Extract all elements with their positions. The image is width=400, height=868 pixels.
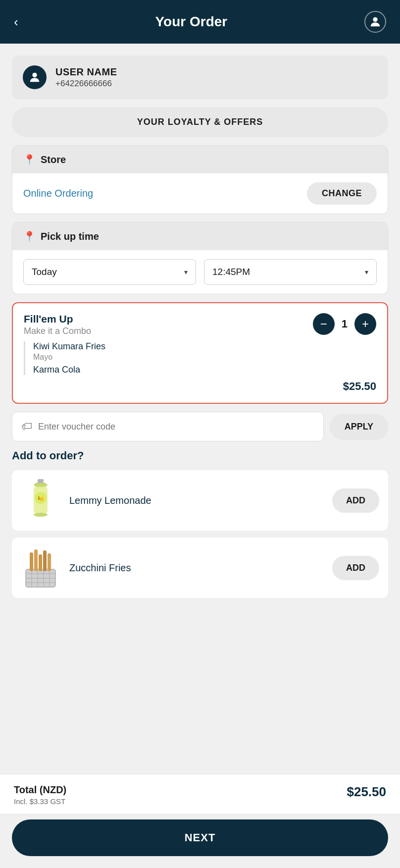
- avatar-button[interactable]: [364, 11, 386, 33]
- svg-point-5: [34, 483, 48, 487]
- order-item-card: Fill'em Up Make it a Combo − 1 + Kiwi Ku…: [12, 302, 388, 404]
- next-button[interactable]: NEXT: [12, 819, 388, 856]
- user-phone: +64226666666: [55, 79, 117, 89]
- order-item-sub: Make it a Combo: [24, 326, 91, 336]
- main-content: USER NAME +64226666666 YOUR LOYALTY & OF…: [0, 44, 400, 774]
- pickup-label: Pick up time: [41, 231, 99, 242]
- order-item-header: Fill'em Up Make it a Combo − 1 +: [24, 313, 376, 336]
- back-button[interactable]: ‹: [14, 14, 18, 30]
- online-ordering-text: Online Ordering: [23, 188, 93, 199]
- header: ‹ Your Order: [0, 0, 400, 44]
- increase-quantity-button[interactable]: +: [354, 313, 376, 335]
- detail-sub-1: Mayo: [33, 353, 376, 362]
- add-lemonade-button[interactable]: ADD: [332, 488, 379, 513]
- pin-icon: 📍: [23, 154, 36, 165]
- svg-point-0: [373, 17, 377, 22]
- svg-point-6: [34, 513, 48, 517]
- clock-icon: 📍: [23, 230, 36, 242]
- zucchini-fries-image: [21, 545, 60, 590]
- pickup-selects: Today ▾ 12:45PM ▾: [23, 259, 377, 285]
- voucher-input-wrap: 🏷: [12, 412, 324, 441]
- decrease-quantity-button[interactable]: −: [313, 313, 335, 335]
- svg-text:🍋: 🍋: [38, 495, 44, 501]
- day-select[interactable]: Today ▾: [23, 259, 196, 285]
- order-item-details: Kiwi Kumara Fries Mayo Karma Cola: [24, 341, 376, 375]
- total-amount: $25.50: [347, 784, 386, 800]
- voucher-row: 🏷 APPLY: [12, 412, 388, 441]
- lemonade-image: 🍋: [21, 478, 60, 523]
- quantity-controls: − 1 +: [313, 313, 376, 335]
- add-item-lemonade-name: Lemmy Lemonade: [69, 495, 323, 506]
- svg-point-1: [32, 73, 37, 77]
- total-gst: Incl. $3.33 GST: [14, 797, 66, 806]
- detail-item-2: Karma Cola: [33, 365, 376, 375]
- store-card-body: Online Ordering CHANGE: [12, 173, 388, 214]
- add-to-order-items: 🍋 Lemmy Lemonade ADD: [12, 470, 388, 598]
- add-to-order-title: Add to order?: [12, 449, 388, 462]
- page-title: Your Order: [155, 14, 227, 30]
- svg-rect-20: [43, 550, 47, 571]
- pickup-card-body: Today ▾ 12:45PM ▾: [12, 250, 388, 294]
- list-item: Zucchini Fries ADD: [12, 538, 388, 598]
- pickup-card-header: 📍 Pick up time: [12, 222, 388, 250]
- total-left: Total (NZD) Incl. $3.33 GST: [14, 784, 66, 806]
- time-value: 12:45PM: [212, 267, 250, 277]
- svg-rect-2: [38, 479, 44, 483]
- total-bar: Total (NZD) Incl. $3.33 GST $25.50: [0, 774, 400, 814]
- order-item-price: $25.50: [343, 380, 376, 393]
- user-info: USER NAME +64226666666: [55, 66, 117, 89]
- change-store-button[interactable]: CHANGE: [307, 182, 377, 205]
- list-item: 🍋 Lemmy Lemonade ADD: [12, 470, 388, 531]
- day-value: Today: [32, 267, 57, 277]
- chevron-down-icon-2: ▾: [365, 268, 368, 276]
- svg-rect-21: [48, 553, 51, 571]
- store-card-header: 📍 Store: [12, 146, 388, 173]
- store-label: Store: [41, 154, 66, 165]
- user-avatar: [23, 65, 47, 89]
- add-to-order-section: Add to order?: [12, 449, 388, 462]
- chevron-down-icon: ▾: [184, 268, 188, 276]
- total-label: Total (NZD): [14, 784, 66, 796]
- svg-rect-17: [30, 552, 33, 571]
- order-item-footer: $25.50: [24, 380, 376, 393]
- order-item-title-group: Fill'em Up Make it a Combo: [24, 313, 91, 336]
- time-select[interactable]: 12:45PM ▾: [204, 259, 377, 285]
- svg-rect-19: [39, 554, 42, 571]
- quantity-value: 1: [342, 318, 348, 330]
- store-card: 📍 Store Online Ordering CHANGE: [12, 145, 388, 214]
- apply-voucher-button[interactable]: APPLY: [330, 414, 388, 440]
- svg-rect-18: [34, 549, 38, 571]
- pickup-card: 📍 Pick up time Today ▾ 12:45PM ▾: [12, 222, 388, 294]
- add-item-zucchini-name: Zucchini Fries: [69, 562, 323, 574]
- user-name: USER NAME: [55, 66, 117, 78]
- order-item-name: Fill'em Up: [24, 313, 91, 325]
- user-card: USER NAME +64226666666: [12, 55, 388, 99]
- add-zucchini-button[interactable]: ADD: [332, 556, 379, 580]
- detail-item-1: Kiwi Kumara Fries: [33, 341, 376, 352]
- loyalty-button[interactable]: YOUR LOYALTY & OFFERS: [12, 107, 388, 137]
- voucher-icon: 🏷: [21, 420, 32, 433]
- voucher-input[interactable]: [38, 422, 314, 432]
